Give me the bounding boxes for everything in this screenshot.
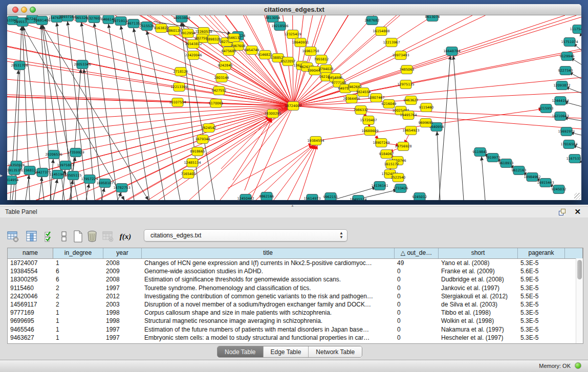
graph-edge[interactable] <box>293 51 311 106</box>
graph-edge[interactable] <box>53 179 57 200</box>
column-header-in_degree[interactable]: in_degree <box>53 248 103 258</box>
graph-node[interactable]: 2687682 <box>365 16 380 25</box>
table-cell[interactable]: Jankovic et al. (1997) <box>439 284 518 292</box>
table-cell[interactable]: 1 <box>53 325 103 334</box>
table-cell[interactable]: 22420046 <box>8 292 53 300</box>
table-cell[interactable]: 1 <box>53 317 103 325</box>
graph-edge[interactable] <box>121 26 149 200</box>
memory-status-indicator[interactable] <box>575 362 581 369</box>
table-row[interactable]: 969969511998Structural magnetic resonanc… <box>8 317 583 325</box>
table-cell[interactable]: 0 <box>395 300 439 309</box>
tab-network-table[interactable]: Network Table <box>309 346 362 357</box>
table-cell[interactable]: Estimation of significance thresholds fo… <box>142 275 395 283</box>
table-cell[interactable]: 0 <box>395 317 439 325</box>
table-cell[interactable]: Corpus callosum shape and size in male p… <box>142 309 395 317</box>
table-cell[interactable]: 5.3E-5 <box>518 284 565 292</box>
table-cell[interactable]: 14569117 <box>8 300 53 309</box>
graph-node[interactable]: 1898328 <box>206 35 221 44</box>
select-rows-button[interactable] <box>43 230 56 243</box>
graph-node[interactable]: 12975135 <box>397 80 414 89</box>
graph-node[interactable]: 9546132 <box>227 34 242 42</box>
table-cell[interactable]: 18300295 <box>8 275 53 283</box>
column-header-year[interactable]: year <box>103 248 142 258</box>
graph-node[interactable]: 8475685 <box>222 47 236 56</box>
table-cell[interactable]: Investigating the contribution of common… <box>142 292 395 300</box>
graph-node[interactable]: 19218506 <box>271 22 288 31</box>
graph-node[interactable]: 9962151 <box>323 193 338 201</box>
table-row[interactable]: 946362711997Embryonic stem cells: a mode… <box>8 334 583 342</box>
graph-node[interactable]: 9115460 <box>419 103 434 112</box>
table-row[interactable]: 946554611997Estimation of the future num… <box>8 325 583 334</box>
table-cell[interactable]: 6 <box>53 275 103 283</box>
table-cell[interactable]: Stergiakouli et al. (2012) <box>439 292 518 300</box>
graph-node[interactable]: 9862166 <box>259 192 274 201</box>
table-cell[interactable]: 1997 <box>103 325 142 334</box>
graph-node[interactable]: 7515526 <box>140 22 155 31</box>
tab-edge-table[interactable]: Edge Table <box>264 346 309 357</box>
graph-node[interactable]: 1327602 <box>87 15 102 23</box>
column-header-out_de[interactable]: △ out_de… <box>395 248 439 258</box>
table-row[interactable]: 911546021997Tourette syndrome. Phenomeno… <box>8 284 583 292</box>
graph-edge[interactable] <box>406 51 581 84</box>
table-cell[interactable]: 0 <box>395 284 439 292</box>
table-cell[interactable]: 0 <box>395 325 439 334</box>
network-canvas[interactable]: 1633992424955724967249120691406154762452… <box>7 15 581 200</box>
graph-node[interactable]: 1170061 <box>209 99 224 108</box>
scrollbar-thumb[interactable] <box>577 260 582 279</box>
table-cell[interactable]: 5.3E-5 <box>518 317 565 325</box>
graph-node[interactable]: 9119841 <box>473 148 488 157</box>
table-cell[interactable]: 5.3E-5 <box>518 309 565 317</box>
graph-node[interactable]: 13505115 <box>64 171 81 180</box>
network-window[interactable]: citations_edges.txt 16339924249557249672… <box>7 4 581 200</box>
graph-node[interactable]: 11175434 <box>570 25 581 34</box>
table-scrollbar[interactable] <box>576 258 583 343</box>
table-cell[interactable]: 9699695 <box>8 317 53 325</box>
table-row[interactable]: 2242004622012Investigating the contribut… <box>8 292 583 300</box>
graph-node[interactable]: 16648784 <box>443 47 460 56</box>
table-cell[interactable]: Franke et al. (2009) <box>439 267 518 275</box>
graph-edge[interactable] <box>311 15 322 51</box>
table-row[interactable]: 977716911998Corpus callosum shape and si… <box>8 309 583 317</box>
table-cell[interactable]: 2008 <box>103 259 142 267</box>
graph-edge[interactable] <box>565 87 581 93</box>
graph-node[interactable]: 8918665 <box>190 147 205 156</box>
table-cell[interactable]: 0 <box>395 267 439 275</box>
graph-edge[interactable] <box>221 118 270 169</box>
graph-edge[interactable] <box>147 31 180 200</box>
graph-edge[interactable] <box>71 69 81 200</box>
graph-edge[interactable] <box>293 34 293 106</box>
column-header-short[interactable]: short <box>439 248 518 258</box>
graph-edge[interactable] <box>251 106 293 200</box>
column-header-pagerank[interactable]: pagerank <box>518 248 565 258</box>
table-row[interactable]: 1872400712008Changes of HCN gene express… <box>8 259 583 267</box>
graph-node[interactable]: 16961758 <box>302 47 319 56</box>
table-cell[interactable]: 0 <box>395 292 439 300</box>
graph-edge[interactable] <box>288 61 293 106</box>
graph-node[interactable]: 2803144 <box>214 74 229 82</box>
table-cell[interactable]: 9463627 <box>8 334 53 342</box>
graph-node[interactable]: 12444194 <box>552 97 569 105</box>
table-cell[interactable]: 2 <box>53 284 103 292</box>
graph-node[interactable]: 9242845 <box>218 61 233 70</box>
graph-node[interactable]: 12450442 <box>237 194 254 201</box>
row-height-button[interactable] <box>59 230 69 243</box>
graph-node[interactable]: 18495524 <box>350 195 366 201</box>
table-cell[interactable]: 5.9E-5 <box>518 275 565 283</box>
table-cell[interactable]: Embryonic stem cells: a model to study s… <box>142 334 395 342</box>
graph-node[interactable]: 7919973 <box>486 154 500 162</box>
graph-node[interactable]: 12093872 <box>553 81 570 90</box>
table-cell[interactable]: Dudbridge et al. (2008) <box>439 275 518 283</box>
graph-node[interactable]: 20206536 <box>45 150 62 159</box>
graph-edge[interactable] <box>108 24 134 200</box>
graph-edge[interactable] <box>407 15 576 70</box>
graph-node[interactable]: 3824554 <box>356 88 371 97</box>
table-cell[interactable]: 1997 <box>103 284 142 292</box>
graph-node[interactable]: 8813054 <box>266 15 280 23</box>
table-row[interactable]: 1830029562008Estimation of significance … <box>8 275 583 283</box>
column-header-title[interactable]: title <box>142 248 395 258</box>
graph-node[interactable]: 1615172 <box>384 160 399 169</box>
graph-node[interactable]: 12213967 <box>383 38 400 47</box>
graph-node[interactable]: 8427552 <box>212 86 227 95</box>
graph-node[interactable]: 11675335 <box>566 155 581 163</box>
table-cell[interactable]: 5.6E-5 <box>518 267 565 275</box>
